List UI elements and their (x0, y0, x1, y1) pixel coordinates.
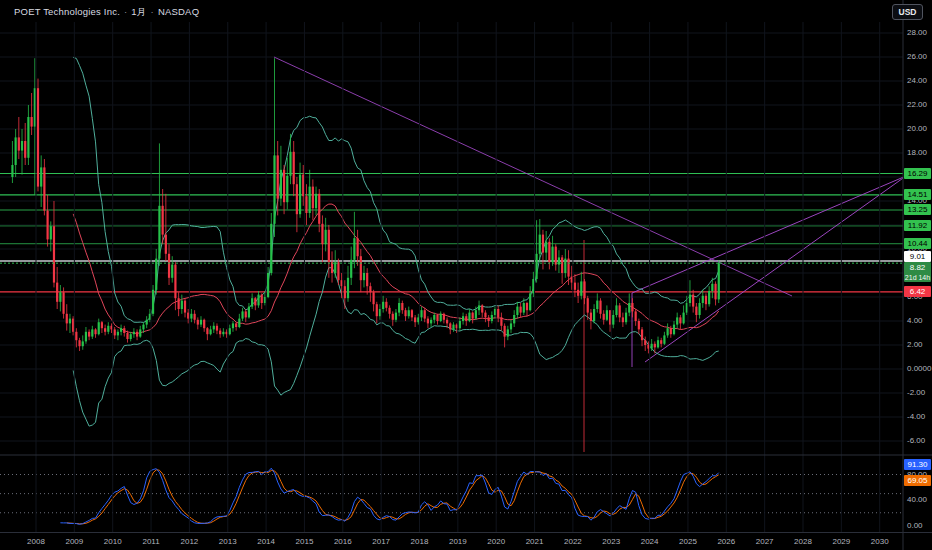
candle-body (507, 329, 509, 336)
candle-body (43, 167, 45, 210)
price-tick-label: 22.00 (907, 100, 932, 110)
price-tick-label: 2.00 (907, 340, 932, 350)
symbol-title[interactable]: POET Technologies Inc. (14, 6, 120, 17)
candle-body (398, 303, 400, 313)
candle-body (289, 152, 291, 176)
candle-body (615, 305, 617, 315)
candle-body (325, 230, 327, 244)
candle-body (376, 304, 378, 316)
candle-body (69, 319, 71, 324)
candle-body (599, 301, 601, 314)
candle-body (293, 152, 295, 184)
candle-body (213, 326, 215, 330)
candle-body (158, 206, 160, 259)
candle-body (414, 317, 416, 322)
candle-body (513, 315, 515, 323)
candle-body (714, 284, 716, 300)
candle-body (481, 305, 483, 312)
year-label: 2021 (518, 537, 552, 546)
year-label: 2020 (479, 537, 513, 546)
candle-body (248, 307, 250, 318)
year-label: 2022 (556, 537, 590, 546)
candle-body (174, 265, 176, 299)
candle-body (353, 238, 355, 260)
candle-body (711, 284, 713, 291)
candle-body (619, 305, 621, 317)
candle-body (516, 307, 518, 315)
candle-body (229, 328, 231, 334)
candle-body (94, 329, 96, 334)
trend-line-drawing[interactable] (632, 176, 906, 293)
candle-body (98, 322, 100, 334)
chart-window: POET Technologies Inc.·1月·NASDAQ USD 28.… (0, 0, 932, 550)
candle-body (245, 311, 247, 317)
candle-body (545, 242, 547, 253)
year-label: 2029 (824, 537, 858, 546)
year-label: 2013 (211, 537, 245, 546)
candle-body (312, 187, 314, 209)
candle-body (692, 295, 694, 307)
candle-body (408, 310, 410, 316)
candle-body (171, 265, 173, 278)
candle-body (519, 307, 521, 313)
candle-body (577, 290, 579, 296)
year-label: 2009 (57, 537, 91, 546)
currency-toggle-button[interactable]: USD (892, 4, 923, 20)
candle-body (104, 328, 106, 332)
candle-body (309, 187, 311, 213)
chart-canvas[interactable] (0, 0, 932, 550)
year-label: 2015 (287, 537, 321, 546)
trend-line-drawing[interactable] (645, 176, 906, 362)
stoch-tick-label: 40.00 (907, 495, 932, 505)
candle-body (11, 165, 13, 177)
candle-body (420, 310, 422, 317)
candle-body (404, 310, 406, 316)
candle-body (178, 298, 180, 309)
legend-separator: · (151, 6, 154, 17)
candle-body (337, 262, 339, 280)
candle-body (625, 313, 627, 323)
main-pane[interactable] (0, 33, 906, 452)
candle-body (631, 303, 633, 311)
exchange-label[interactable]: NASDAQ (158, 6, 199, 17)
candle-body (484, 313, 486, 318)
candle-body (62, 292, 64, 314)
candle-body (254, 298, 256, 305)
candle-body (401, 303, 403, 310)
candle-body (449, 323, 451, 329)
candle-body (360, 256, 362, 280)
interval-label[interactable]: 1月 (131, 6, 146, 17)
candle-body (551, 247, 553, 263)
candle-body (37, 88, 39, 186)
candle-body (628, 303, 630, 313)
candle-body (162, 206, 164, 235)
year-label: 2011 (134, 537, 168, 546)
candle-body (165, 235, 167, 254)
candle-body (497, 309, 499, 317)
candle-body (644, 340, 646, 345)
candle-body (465, 316, 467, 321)
candle-body (372, 292, 374, 304)
candle-body (488, 317, 490, 321)
candle-body (382, 302, 384, 309)
price-badge: 8.8221d 14h (904, 262, 931, 282)
candle-body (663, 335, 665, 343)
price-tick-label: 4.00 (907, 316, 932, 326)
year-label: 2023 (594, 537, 628, 546)
candle-body (424, 310, 426, 318)
candle-body (273, 155, 275, 223)
candle-body (369, 286, 371, 292)
stochastic-pane[interactable] (0, 468, 903, 524)
candle-body (436, 315, 438, 321)
indicator-line (67, 470, 719, 524)
candle-body (529, 293, 531, 310)
candle-body (21, 141, 23, 151)
price-badge: 6.42 (904, 286, 931, 297)
candle-body (56, 283, 58, 302)
candle-body (564, 259, 566, 273)
candle-body (270, 224, 272, 273)
candle-body (117, 332, 119, 336)
price-badge: 16.29 (904, 168, 931, 179)
candle-body (667, 328, 669, 335)
candle-body (567, 259, 569, 277)
